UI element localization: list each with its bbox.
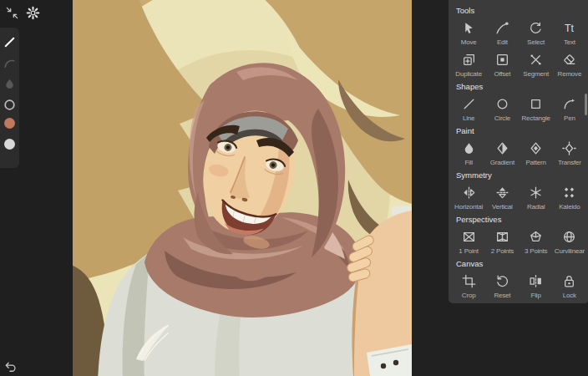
rail-top-icons: [4, 5, 40, 20]
tool-label: Edit: [497, 38, 508, 46]
tool-button-radial[interactable]: Radial: [520, 181, 553, 213]
tool-button-pattern[interactable]: Pattern: [520, 137, 553, 169]
tool-button-lock[interactable]: Lock: [553, 270, 586, 302]
tool-grid-row: Horizontal Vertical Radial Kaleido: [452, 181, 586, 213]
tool-label: Move: [461, 38, 477, 46]
panel-scrollbar[interactable]: [585, 94, 587, 115]
edit-icon: [495, 20, 509, 36]
stroke-color-swatch[interactable]: [4, 139, 15, 150]
tool-label: Vertical: [492, 203, 513, 211]
section-title: Tools: [452, 4, 586, 17]
tool-label: Pattern: [525, 159, 545, 166]
two-points-icon: [495, 229, 509, 245]
tool-button-crop[interactable]: Crop: [452, 270, 485, 302]
stroke-ring-icon[interactable]: [2, 97, 18, 113]
line-icon: [462, 96, 476, 112]
tool-button-fill[interactable]: Fill: [452, 137, 485, 169]
tool-button-duplicate[interactable]: Duplicate: [452, 48, 485, 80]
tool-button-horizontal[interactable]: Horizontal: [452, 181, 485, 213]
tool-label: Pen: [564, 114, 575, 122]
tool-button-gradient[interactable]: Gradient: [485, 137, 519, 169]
tool-label: Gradient: [490, 159, 514, 166]
tool-button-kaleido[interactable]: Kaleido: [553, 181, 586, 213]
pattern-icon: [529, 140, 543, 156]
tool-button-move[interactable]: Move: [452, 17, 485, 48]
section-title: Paint: [452, 124, 586, 137]
tool-label: Lock: [563, 292, 576, 299]
pen-tool-icon[interactable]: [2, 34, 18, 50]
tool-button-segment[interactable]: Segment: [520, 48, 553, 80]
tool-button-edit[interactable]: Edit: [485, 17, 519, 48]
collapse-icon[interactable]: [4, 5, 19, 20]
tool-label: Circle: [494, 114, 510, 122]
duplicate-icon: [462, 52, 476, 68]
tool-grid-row: 1 Point 2 Points 3 Points Curvilinear: [452, 226, 586, 257]
tool-label: Kaleido: [559, 203, 580, 211]
tool-label: 2 Points: [491, 247, 514, 255]
undo-button[interactable]: [3, 359, 17, 373]
svg-text:Tt: Tt: [565, 22, 574, 33]
tool-button-offset[interactable]: Offset: [485, 48, 519, 80]
tool-grid-row: Move Edit Select Tt Text: [452, 17, 586, 48]
panel-section-canvas: Canvas Crop Reset Flip Lock: [452, 257, 586, 302]
tool-button-circle[interactable]: Circle: [485, 93, 519, 124]
tool-label: Reset: [494, 292, 510, 299]
flip-icon: [529, 273, 543, 289]
panel-section-perspectives: Perspectives 1 Point 2 Points 3 Points C…: [452, 213, 586, 257]
tool-grid-row: Duplicate Offset Segment Remove: [452, 48, 586, 80]
gear-icon[interactable]: [25, 5, 40, 20]
tool-button-select[interactable]: Select: [520, 17, 553, 48]
gradient-icon: [495, 140, 509, 156]
tool-button-line[interactable]: Line: [452, 93, 485, 124]
horizontal-symmetry-icon: [462, 185, 476, 201]
tool-button-transfer[interactable]: Transfer: [553, 137, 586, 169]
left-rail: [0, 0, 73, 376]
radial-symmetry-icon: [529, 185, 543, 201]
tool-label: Line: [463, 114, 474, 122]
tool-grid-row: Line Circle Rectangle Pen: [452, 93, 586, 124]
tool-button-3-points[interactable]: 3 Points: [520, 226, 553, 257]
move-icon: [462, 20, 476, 36]
tool-label: Curvilinear: [555, 247, 585, 255]
select-icon: [529, 20, 543, 36]
curve-tool-icon[interactable]: [2, 55, 18, 71]
curvilinear-icon: [562, 229, 576, 245]
tool-button-1-point[interactable]: 1 Point: [452, 226, 485, 257]
tool-label: Crop: [462, 292, 476, 299]
kaleido-icon: [562, 185, 576, 201]
tool-label: Flip: [531, 292, 541, 299]
tool-label: Duplicate: [455, 70, 482, 78]
tool-panel: Tools Move Edit Select Tt Text Duplicate…: [449, 0, 588, 303]
tool-label: Fill: [464, 159, 472, 166]
section-title: Symmetry: [452, 169, 586, 181]
fill-tool-icon[interactable]: [2, 76, 18, 92]
tool-button-flip[interactable]: Flip: [520, 270, 553, 302]
tool-label: Segment: [523, 70, 549, 78]
panel-section-tools: Tools Move Edit Select Tt Text Duplicate…: [452, 4, 586, 80]
fill-color-swatch[interactable]: [4, 118, 15, 129]
drawing-canvas[interactable]: [73, 0, 412, 376]
tool-label: Horizontal: [454, 203, 483, 211]
tool-button-vertical[interactable]: Vertical: [485, 181, 519, 213]
tool-button-reset[interactable]: Reset: [485, 270, 519, 302]
remove-icon: [562, 52, 576, 68]
tool-button-remove[interactable]: Remove: [553, 48, 586, 80]
tool-label: Radial: [527, 203, 545, 211]
tool-button-curvilinear[interactable]: Curvilinear: [553, 226, 586, 257]
crop-icon: [462, 273, 476, 289]
segment-icon: [529, 52, 543, 68]
circle-icon: [495, 96, 509, 112]
text-icon: Tt: [562, 20, 576, 36]
artwork: [73, 0, 412, 376]
section-title: Shapes: [452, 80, 586, 93]
panel-section-symmetry: Symmetry Horizontal Vertical Radial Kale…: [452, 169, 586, 213]
tool-button-rectangle[interactable]: Rectangle: [520, 93, 553, 124]
tool-label: 3 Points: [525, 247, 547, 255]
one-point-icon: [462, 229, 476, 245]
tool-button-2-points[interactable]: 2 Points: [485, 226, 519, 257]
tool-button-pen[interactable]: Pen: [553, 93, 586, 124]
tool-button-text[interactable]: Tt Text: [553, 17, 586, 48]
pen-icon: [562, 96, 576, 112]
tool-label: Remove: [558, 70, 582, 78]
section-title: Canvas: [452, 257, 586, 270]
